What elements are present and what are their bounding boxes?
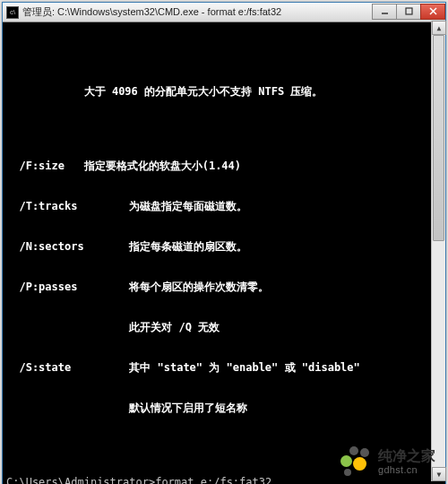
maximize-button[interactable] bbox=[396, 4, 421, 20]
output-line: 此开关对 /Q 无效 bbox=[6, 321, 442, 334]
watermark-text: 纯净之家 gdhst.cn bbox=[378, 448, 435, 475]
output-line: /T:tracks 为磁盘指定每面磁道数。 bbox=[6, 200, 442, 213]
output-line: 大于 4096 的分配单元大小不支持 NTFS 压缩。 bbox=[6, 85, 442, 99]
cmd-icon: c\ bbox=[6, 6, 19, 19]
cmd-window: c\ 管理员: C:\Windows\system32\CMD.exe - fo… bbox=[2, 2, 446, 484]
minimize-button[interactable] bbox=[372, 4, 397, 20]
window-title: 管理员: C:\Windows\system32\CMD.exe - forma… bbox=[22, 5, 373, 19]
prompt-line: C:\Users\Administrator>format e:/fs:fat3… bbox=[6, 476, 442, 484]
vertical-scrollbar[interactable]: ▲ ▼ bbox=[431, 21, 445, 481]
titlebar[interactable]: c\ 管理员: C:\Windows\system32\CMD.exe - fo… bbox=[3, 3, 445, 22]
terminal-output[interactable]: 大于 4096 的分配单元大小不支持 NTFS 压缩。 /F:size 指定要格… bbox=[3, 22, 445, 484]
scroll-track[interactable] bbox=[432, 35, 445, 467]
watermark-logo-icon bbox=[337, 446, 373, 477]
watermark-name: 纯净之家 bbox=[378, 448, 435, 464]
output-line: /P:passes 将每个扇区的操作次数清零。 bbox=[6, 281, 442, 294]
scroll-up-button[interactable]: ▲ bbox=[432, 21, 446, 35]
close-button[interactable] bbox=[420, 4, 445, 20]
output-line: /S:state 其中 "state" 为 "enable" 或 "disabl… bbox=[6, 361, 442, 375]
window-controls bbox=[373, 4, 445, 20]
watermark: 纯净之家 gdhst.cn bbox=[337, 446, 435, 477]
output-line: /F:size 指定要格式化的软盘大小(1.44) bbox=[6, 160, 442, 173]
svg-rect-1 bbox=[406, 8, 412, 14]
scroll-thumb[interactable] bbox=[433, 35, 444, 241]
watermark-url: gdhst.cn bbox=[378, 464, 435, 475]
output-line: 默认情况下启用了短名称 bbox=[6, 402, 442, 415]
output-line: /N:sectors 指定每条磁道的扇区数。 bbox=[6, 240, 442, 254]
